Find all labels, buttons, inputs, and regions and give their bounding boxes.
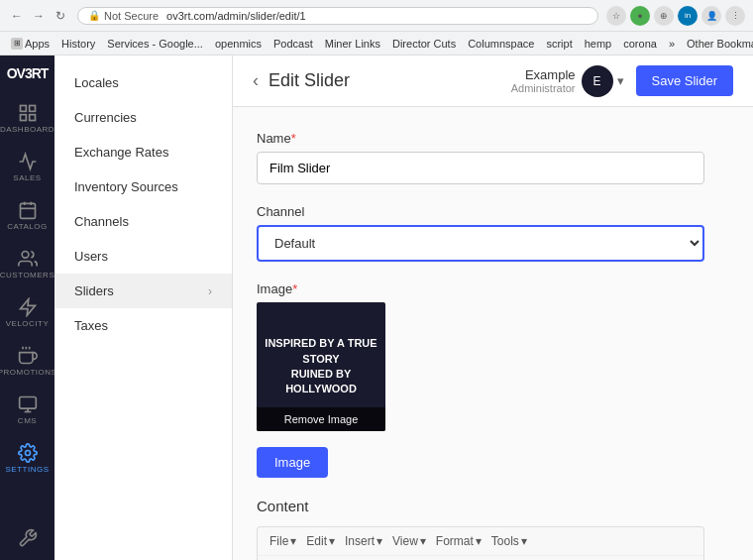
- user-name: Example: [511, 67, 576, 82]
- address-bar[interactable]: 🔒 Not Secure ov3rt.com/admin/slider/edit…: [77, 7, 598, 25]
- bookmark-services[interactable]: Services - Google...: [104, 37, 206, 51]
- sidebar-item-locales[interactable]: Locales: [54, 65, 232, 100]
- bookmark-openmics[interactable]: openmics: [212, 37, 265, 51]
- page-header: ‹ Edit Slider Example Administrator E ▾ …: [233, 56, 753, 107]
- header-right: Example Administrator E ▾ Save Slider: [511, 65, 733, 97]
- bookmark-columnspace[interactable]: Columnspace: [465, 37, 537, 51]
- profile-icon[interactable]: ●: [630, 6, 650, 26]
- sidebar-item-customers[interactable]: CUSTOMERS: [0, 241, 54, 287]
- form-area: Name* Channel Default Image* INSPIRED BY…: [233, 107, 728, 560]
- user-info: Example Administrator E ▾: [511, 65, 624, 97]
- sidebar-item-velocity[interactable]: VELOCITY: [0, 289, 54, 336]
- user-avatar-area: E ▾: [582, 65, 624, 97]
- nav-sidebar: OV3RT DASHBOARD SALES CATALOG CUSTOMERS …: [0, 56, 54, 560]
- svg-rect-0: [20, 106, 26, 112]
- menu-icon[interactable]: ⋮: [725, 6, 745, 26]
- cms-icon: [18, 394, 38, 414]
- extension-icon[interactable]: ⊕: [654, 6, 674, 26]
- sidebar-item-catalog[interactable]: CATALOG: [0, 192, 54, 239]
- bookmark-podcast[interactable]: Podcast: [270, 37, 316, 51]
- sidebar-item-promotions[interactable]: PROMOTIONS: [0, 338, 54, 385]
- name-required: *: [291, 131, 296, 146]
- promotions-icon: [18, 346, 38, 366]
- catalog-label: CATALOG: [7, 222, 48, 231]
- remove-image-button[interactable]: Remove Image: [257, 407, 385, 431]
- dashboard-label: DASHBOARD: [0, 125, 54, 134]
- sidebar-item-currencies[interactable]: Currencies: [54, 100, 232, 135]
- bookmarks-bar: ⊞ Apps History Services - Google... open…: [0, 32, 753, 56]
- star-icon[interactable]: ☆: [606, 6, 626, 26]
- chevron-down-icon[interactable]: ▾: [617, 73, 624, 88]
- linkedin-icon[interactable]: in: [678, 6, 698, 26]
- back-button[interactable]: ‹: [253, 70, 259, 91]
- sidebar-item-sliders[interactable]: Sliders ›: [54, 274, 232, 308]
- browser-bar: ← → ↻ 🔒 Not Secure ov3rt.com/admin/slide…: [0, 0, 753, 32]
- sidebar-item-users[interactable]: Users: [54, 239, 232, 274]
- file-menu[interactable]: File ▾: [266, 531, 300, 551]
- svg-rect-4: [20, 203, 35, 218]
- channel-label: Channel: [257, 204, 704, 219]
- bookmark-director[interactable]: Director Cuts: [389, 37, 459, 51]
- bookmark-script[interactable]: script: [543, 37, 575, 51]
- svg-rect-3: [29, 115, 35, 121]
- bookmark-history[interactable]: History: [58, 37, 98, 51]
- sales-icon: [18, 152, 38, 171]
- bookmark-other[interactable]: Other Bookmarks: [684, 37, 753, 51]
- format-chevron: ▾: [476, 534, 482, 548]
- bookmark-more[interactable]: »: [666, 37, 678, 51]
- catalog-icon: [18, 200, 38, 220]
- sidebar-item-channels[interactable]: Channels: [54, 204, 232, 239]
- content-form-group: Content File ▾ Edit ▾ Insert: [257, 498, 704, 560]
- svg-marker-9: [20, 299, 35, 316]
- view-chevron: ▾: [420, 534, 426, 548]
- app-wrapper: OV3RT DASHBOARD SALES CATALOG CUSTOMERS …: [0, 56, 753, 560]
- view-menu[interactable]: View ▾: [388, 531, 430, 551]
- sidebar-item-wrench[interactable]: [0, 520, 54, 560]
- editor-toolbar-row2: Paragraph B I S ≡ ≡ ≡ ≡ ⊣ ⊢ T <>: [257, 555, 704, 560]
- insert-menu[interactable]: Insert ▾: [341, 531, 386, 551]
- bookmark-corona[interactable]: corona: [620, 37, 660, 51]
- app-logo: OV3RT: [7, 65, 49, 81]
- browser-controls: ← → ↻: [8, 7, 69, 25]
- sidebar-item-settings[interactable]: SETTINGS: [0, 435, 54, 482]
- sales-label: SALES: [13, 173, 41, 182]
- user-avatar: E: [582, 65, 613, 97]
- sidebar-item-inventory-sources[interactable]: Inventory Sources: [54, 169, 232, 204]
- forward-browser-button[interactable]: →: [30, 7, 48, 25]
- file-chevron: ▾: [290, 534, 296, 548]
- bookmark-miner[interactable]: Miner Links: [322, 37, 383, 51]
- bookmark-apps[interactable]: ⊞ Apps: [8, 37, 53, 51]
- back-browser-button[interactable]: ←: [8, 7, 26, 25]
- velocity-icon: [18, 297, 38, 317]
- svg-point-8: [22, 252, 29, 259]
- svg-rect-1: [29, 106, 35, 112]
- image-upload-button[interactable]: Image: [257, 447, 328, 478]
- user-role: Administrator: [511, 82, 576, 94]
- sidebar-item-sales[interactable]: SALES: [0, 144, 54, 190]
- sidebar-item-taxes[interactable]: Taxes: [54, 308, 232, 343]
- wrench-icon: [18, 528, 38, 548]
- format-menu[interactable]: Format ▾: [432, 531, 485, 551]
- user-icon[interactable]: 👤: [701, 6, 721, 26]
- lock-icon: 🔒: [88, 10, 100, 21]
- image-preview: INSPIRED BY A TRUE STORY RUINED BY HOLLY…: [257, 302, 385, 431]
- sidebar-item-dashboard[interactable]: DASHBOARD: [0, 95, 54, 142]
- velocity-label: VELOCITY: [6, 319, 50, 328]
- content-label: Content: [257, 498, 704, 514]
- image-required: *: [292, 281, 297, 296]
- bookmark-hemp[interactable]: hemp: [582, 37, 615, 51]
- channel-select[interactable]: Default: [257, 225, 704, 262]
- url-text: ov3rt.com/admin/slider/edit/1: [166, 10, 306, 22]
- sidebar-item-cms[interactable]: CMS: [0, 387, 54, 433]
- reload-browser-button[interactable]: ↻: [52, 7, 69, 25]
- insert-chevron: ▾: [376, 534, 382, 548]
- name-input[interactable]: [257, 152, 704, 184]
- edit-menu[interactable]: Edit ▾: [302, 531, 339, 551]
- sidebar-item-exchange-rates[interactable]: Exchange Rates: [54, 135, 232, 169]
- user-text: Example Administrator: [511, 67, 576, 94]
- editor-menu-group: File ▾ Edit ▾ Insert ▾ View: [266, 531, 531, 551]
- customers-label: CUSTOMERS: [0, 271, 54, 280]
- save-slider-button[interactable]: Save Slider: [636, 65, 733, 96]
- tools-menu[interactable]: Tools ▾: [487, 531, 531, 551]
- name-label: Name*: [257, 131, 704, 146]
